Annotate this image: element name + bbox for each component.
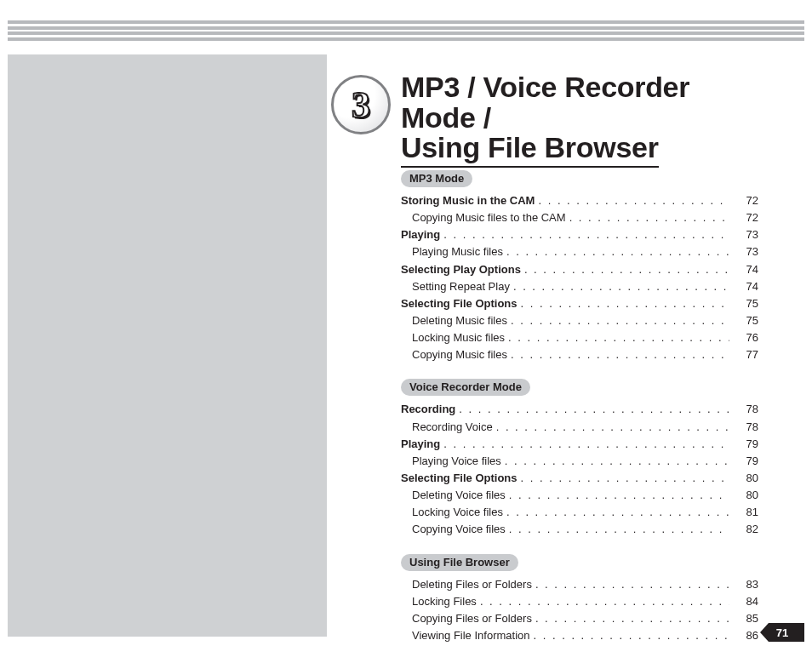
chapter-number-badge: 3 3 bbox=[331, 75, 391, 134]
stripe bbox=[8, 26, 804, 30]
toc-entry-title: Playing Music files bbox=[412, 243, 503, 260]
chapter-title-line1: MP3 / Voice Recorder Mode / bbox=[401, 72, 761, 133]
toc-entry-title: Playing Voice files bbox=[412, 453, 501, 470]
toc-row: Playing79 bbox=[401, 436, 758, 453]
toc-entry-page: 80 bbox=[733, 487, 758, 504]
stripe bbox=[8, 31, 804, 35]
toc-row: Recording78 bbox=[401, 401, 758, 418]
toc-row: Deleting Files or Folders83 bbox=[401, 576, 758, 593]
toc-entry-page: 78 bbox=[733, 419, 758, 436]
toc-entry-title: Copying Music files to the CAM bbox=[412, 209, 566, 226]
toc-leader-dots bbox=[538, 192, 729, 209]
toc-leader-dots bbox=[509, 487, 729, 504]
toc-entry-page: 75 bbox=[733, 312, 758, 329]
toc-entry-title: Selecting Play Options bbox=[401, 261, 521, 278]
toc-leader-dots bbox=[443, 226, 729, 243]
toc-entry-page: 72 bbox=[733, 192, 758, 209]
toc-row: Locking Voice files81 bbox=[401, 504, 758, 521]
page-number: 71 bbox=[776, 626, 788, 639]
chapter-number: 3 bbox=[331, 75, 391, 134]
section-label: Using File Browser bbox=[401, 554, 518, 571]
toc-leader-dots bbox=[524, 261, 729, 278]
toc-leader-dots bbox=[535, 576, 729, 593]
toc-row: Setting Repeat Play74 bbox=[401, 278, 758, 295]
toc-row: Locking Music files76 bbox=[401, 329, 758, 346]
left-grey-panel bbox=[8, 54, 332, 637]
toc-entry-page: 73 bbox=[733, 226, 758, 243]
toc-row: Selecting File Options80 bbox=[401, 470, 758, 487]
toc-entry-title: Playing bbox=[401, 436, 440, 453]
toc-entry-title: Copying Voice files bbox=[412, 521, 506, 538]
toc-entry-page: 85 bbox=[733, 610, 758, 627]
chapter-title-line2: Using File Browser bbox=[401, 133, 659, 168]
toc-row: Copying Music files to the CAM72 bbox=[401, 209, 758, 226]
chapter-title: MP3 / Voice Recorder Mode / Using File B… bbox=[401, 72, 761, 168]
toc-section: MP3 ModeStoring Music in the CAM72Copyin… bbox=[401, 170, 758, 363]
toc-leader-dots bbox=[511, 346, 729, 363]
toc-entry-page: 74 bbox=[733, 278, 758, 295]
toc-entry-page: 73 bbox=[733, 243, 758, 260]
toc-entry-page: 79 bbox=[733, 453, 758, 470]
toc-leader-dots bbox=[534, 627, 730, 644]
toc-row: Copying Voice files82 bbox=[401, 521, 758, 538]
header-stripes bbox=[8, 20, 804, 41]
toc-row: Viewing File Information86 bbox=[401, 627, 758, 644]
toc-leader-dots bbox=[513, 278, 729, 295]
toc-leader-dots bbox=[505, 453, 729, 470]
toc-entry-title: Deleting Music files bbox=[412, 312, 507, 329]
toc-entry-title: Deleting Files or Folders bbox=[412, 576, 532, 593]
toc-section: Using File BrowserDeleting Files or Fold… bbox=[401, 554, 758, 645]
toc-entry-title: Copying Files or Folders bbox=[412, 610, 532, 627]
stripe bbox=[8, 20, 804, 24]
toc-row: Selecting File Options75 bbox=[401, 295, 758, 312]
toc-leader-dots bbox=[521, 295, 729, 312]
toc-leader-dots bbox=[459, 401, 729, 418]
toc-entry-page: 82 bbox=[733, 521, 758, 538]
toc-entry-title: Selecting File Options bbox=[401, 470, 518, 487]
toc-entry-page: 84 bbox=[733, 593, 758, 610]
toc-leader-dots bbox=[508, 329, 729, 346]
toc-leader-dots bbox=[569, 209, 729, 226]
toc-entry-title: Locking Voice files bbox=[412, 504, 503, 521]
toc-leader-dots bbox=[509, 521, 729, 538]
toc-entry-title: Setting Repeat Play bbox=[412, 278, 510, 295]
stripe bbox=[8, 37, 804, 41]
toc-entry-page: 86 bbox=[733, 627, 758, 644]
toc-entry-title: Recording bbox=[401, 401, 455, 418]
table-of-contents: MP3 ModeStoring Music in the CAM72Copyin… bbox=[401, 170, 758, 644]
toc-leader-dots bbox=[496, 419, 729, 436]
toc-leader-dots bbox=[535, 610, 729, 627]
toc-entry-page: 77 bbox=[733, 346, 758, 363]
toc-entry-title: Deleting Voice files bbox=[412, 487, 506, 504]
toc-row: Playing Voice files79 bbox=[401, 453, 758, 470]
toc-entry-page: 80 bbox=[733, 470, 758, 487]
toc-entry-title: Locking Music files bbox=[412, 329, 505, 346]
toc-entry-title: Viewing File Information bbox=[412, 627, 530, 644]
toc-row: Copying Music files77 bbox=[401, 346, 758, 363]
toc-leader-dots bbox=[443, 436, 729, 453]
toc-row: Selecting Play Options74 bbox=[401, 261, 758, 278]
toc-entry-title: Storing Music in the CAM bbox=[401, 192, 535, 209]
toc-entry-title: Selecting File Options bbox=[401, 295, 518, 312]
toc-leader-dots bbox=[480, 593, 729, 610]
page-number-tab: 71 bbox=[760, 623, 804, 642]
toc-entry-title: Playing bbox=[401, 226, 440, 243]
toc-entry-page: 76 bbox=[733, 329, 758, 346]
toc-row: Deleting Voice files80 bbox=[401, 487, 758, 504]
toc-entry-page: 79 bbox=[733, 436, 758, 453]
toc-row: Storing Music in the CAM72 bbox=[401, 192, 758, 209]
toc-entry-page: 78 bbox=[733, 401, 758, 418]
section-label: MP3 Mode bbox=[401, 170, 472, 187]
toc-row: Copying Files or Folders85 bbox=[401, 610, 758, 627]
toc-row: Playing Music files73 bbox=[401, 243, 758, 260]
toc-leader-dots bbox=[506, 243, 729, 260]
toc-entry-page: 74 bbox=[733, 261, 758, 278]
toc-entry-page: 83 bbox=[733, 576, 758, 593]
toc-section: Voice Recorder ModeRecording78Recording … bbox=[401, 379, 758, 538]
toc-entry-title: Recording Voice bbox=[412, 419, 493, 436]
toc-entry-page: 81 bbox=[733, 504, 758, 521]
toc-leader-dots bbox=[506, 504, 729, 521]
toc-row: Deleting Music files75 bbox=[401, 312, 758, 329]
toc-row: Locking Files84 bbox=[401, 593, 758, 610]
toc-entry-title: Locking Files bbox=[412, 593, 477, 610]
